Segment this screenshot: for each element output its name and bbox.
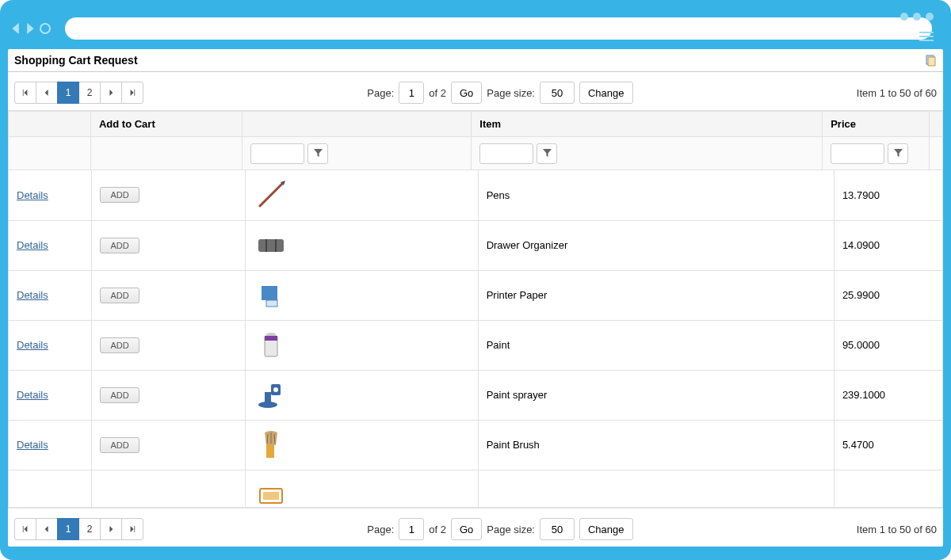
go-button[interactable]: Go bbox=[451, 518, 482, 540]
col-item[interactable]: Item bbox=[472, 112, 823, 137]
filter-thumb-input[interactable] bbox=[250, 143, 304, 164]
change-button[interactable]: Change bbox=[579, 82, 633, 104]
browser-chrome: Shopping Cart Request 1 2 Page: of 2 Go bbox=[0, 0, 951, 560]
item-name: Drawer Organizer bbox=[478, 220, 834, 270]
filter-price-button[interactable] bbox=[888, 143, 908, 164]
browser-reload-icon[interactable] bbox=[40, 23, 51, 34]
add-button[interactable]: ADD bbox=[100, 437, 139, 453]
pager-page-1[interactable]: 1 bbox=[57, 82, 79, 104]
svg-rect-8 bbox=[266, 300, 277, 307]
pager-prev-button[interactable] bbox=[36, 82, 58, 104]
pager-top: 1 2 Page: of 2 Go Page size: Change Item… bbox=[8, 72, 943, 111]
page-input[interactable] bbox=[399, 82, 424, 104]
add-button[interactable]: ADD bbox=[100, 187, 139, 203]
item-price: 14.0900 bbox=[834, 220, 942, 270]
page-content: Shopping Cart Request 1 2 Page: of 2 Go bbox=[8, 49, 943, 547]
pager-last-button[interactable] bbox=[121, 518, 143, 540]
page-size-label: Page size: bbox=[487, 524, 535, 535]
window-dots bbox=[900, 13, 934, 21]
page-of-label: of 2 bbox=[429, 87, 446, 99]
item-name: Printer Paper bbox=[478, 270, 834, 320]
pager-buttons: 1 2 bbox=[14, 82, 143, 104]
item-price: 95.0000 bbox=[834, 320, 942, 370]
pager-next-button[interactable] bbox=[100, 518, 122, 540]
filter-thumb-button[interactable] bbox=[307, 143, 328, 164]
table-row: DetailsADDPaint95.0000 bbox=[9, 320, 943, 370]
item-name: Pens bbox=[478, 170, 834, 220]
product-thumb-icon bbox=[254, 328, 288, 363]
page-size-input[interactable] bbox=[540, 518, 575, 540]
svg-rect-21 bbox=[263, 492, 279, 500]
svg-rect-4 bbox=[258, 239, 284, 252]
browser-forward-icon[interactable] bbox=[24, 23, 35, 34]
svg-line-2 bbox=[260, 184, 282, 206]
item-price: 5.4700 bbox=[834, 420, 942, 470]
browser-back-icon[interactable] bbox=[11, 23, 22, 34]
svg-rect-7 bbox=[262, 286, 277, 300]
product-thumb-icon bbox=[254, 228, 288, 263]
details-link[interactable]: Details bbox=[17, 339, 48, 351]
product-thumb-icon bbox=[254, 278, 288, 313]
item-price: 239.1000 bbox=[834, 370, 942, 420]
pager-first-button[interactable] bbox=[14, 518, 36, 540]
item-price: 13.7900 bbox=[834, 170, 942, 220]
svg-rect-10 bbox=[265, 336, 277, 341]
svg-point-11 bbox=[266, 333, 276, 336]
pager-first-button[interactable] bbox=[14, 82, 36, 104]
window-dot-icon bbox=[900, 13, 908, 21]
change-button[interactable]: Change bbox=[579, 518, 633, 540]
product-thumb-icon bbox=[254, 177, 288, 212]
pager-bottom: 1 2 Page: of 2 Go Page size: Change Item… bbox=[8, 508, 943, 547]
table-row: DetailsADDPaint sprayer239.1000 bbox=[9, 370, 943, 420]
copy-icon[interactable] bbox=[924, 54, 937, 67]
table-scroll[interactable]: DetailsADDPens13.7900DetailsADDDrawer Or… bbox=[8, 170, 943, 507]
pager-status: Item 1 to 50 of 60 bbox=[857, 524, 937, 535]
col-price[interactable]: Price bbox=[823, 112, 930, 137]
col-details[interactable] bbox=[9, 112, 91, 137]
page-size-input[interactable] bbox=[540, 82, 575, 104]
svg-rect-13 bbox=[265, 392, 271, 403]
pager-page-2[interactable]: 2 bbox=[78, 518, 101, 540]
filter-item-button[interactable] bbox=[537, 143, 557, 164]
window-dot-icon bbox=[913, 13, 921, 21]
col-add-to-cart[interactable]: Add to Cart bbox=[90, 112, 242, 137]
filter-item-input[interactable] bbox=[479, 143, 533, 164]
page-of-label: of 2 bbox=[429, 524, 446, 535]
page-input[interactable] bbox=[399, 518, 424, 540]
pager-page-2[interactable]: 2 bbox=[78, 82, 101, 104]
add-button[interactable]: ADD bbox=[100, 288, 139, 303]
page-title: Shopping Cart Request bbox=[14, 54, 138, 67]
col-thumb[interactable] bbox=[243, 112, 472, 137]
details-link[interactable]: Details bbox=[17, 289, 48, 301]
item-name: Paint sprayer bbox=[478, 370, 834, 420]
svg-rect-16 bbox=[266, 445, 274, 458]
item-name: Paint Brush bbox=[478, 420, 834, 470]
table-row: DetailsADDPaint Brush5.4700 bbox=[9, 420, 943, 470]
details-link[interactable]: Details bbox=[17, 389, 48, 401]
table-row: DetailsADDPens13.7900 bbox=[9, 170, 943, 220]
add-button[interactable]: ADD bbox=[100, 337, 139, 353]
menu-icon[interactable] bbox=[919, 32, 934, 41]
page-label: Page: bbox=[367, 87, 394, 99]
product-thumb-icon bbox=[254, 478, 288, 507]
product-thumb-icon bbox=[254, 378, 288, 413]
add-button[interactable]: ADD bbox=[100, 387, 139, 403]
pager-prev-button[interactable] bbox=[36, 518, 58, 540]
pager-next-button[interactable] bbox=[100, 82, 122, 104]
add-button[interactable]: ADD bbox=[100, 238, 139, 253]
svg-point-15 bbox=[273, 387, 278, 392]
url-bar[interactable] bbox=[65, 17, 932, 40]
svg-rect-1 bbox=[928, 57, 935, 66]
product-thumb-icon bbox=[254, 428, 288, 463]
page-label: Page: bbox=[367, 524, 394, 535]
table-row: DetailsADDPrinter Paper25.9900 bbox=[9, 270, 943, 320]
item-name: Paint bbox=[478, 320, 834, 370]
filter-price-input[interactable] bbox=[831, 143, 884, 164]
details-link[interactable]: Details bbox=[17, 239, 48, 251]
details-link[interactable]: Details bbox=[17, 439, 48, 451]
pager-last-button[interactable] bbox=[121, 82, 143, 104]
go-button[interactable]: Go bbox=[451, 82, 482, 104]
details-link[interactable]: Details bbox=[17, 189, 48, 201]
table-row: DetailsADDDrawer Organizer14.0900 bbox=[9, 220, 943, 270]
pager-page-1[interactable]: 1 bbox=[57, 518, 79, 540]
